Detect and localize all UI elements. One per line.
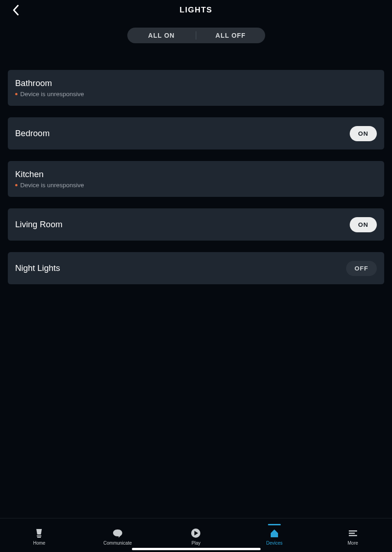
device-name: Bedroom <box>15 128 50 138</box>
tab-label: Devices <box>266 540 283 546</box>
svg-rect-0 <box>37 535 41 536</box>
house-plug-icon <box>269 528 280 539</box>
device-list: Bathroom Device is unresponsive Bedroom … <box>0 70 392 284</box>
svg-rect-5 <box>274 531 274 533</box>
menu-icon <box>347 528 358 539</box>
device-toggle[interactable]: ON <box>350 126 377 141</box>
svg-rect-4 <box>273 533 276 536</box>
device-info: Night Lights <box>15 263 60 273</box>
device-name: Bathroom <box>15 78 84 88</box>
tab-label: Home <box>33 540 45 546</box>
device-row-night-lights[interactable]: Night Lights OFF <box>8 252 384 284</box>
tab-bar: Home Communicate Play Devices <box>0 518 392 552</box>
status-dot-icon <box>15 93 17 95</box>
segmented-control: ALL ON ALL OFF <box>127 28 265 43</box>
play-icon <box>190 528 201 539</box>
echo-icon <box>34 528 45 539</box>
device-info: Living Room <box>15 219 62 230</box>
tab-play[interactable]: Play <box>168 528 223 546</box>
device-status-text: Device is unresponsive <box>20 182 84 189</box>
speech-bubble-icon <box>112 528 123 539</box>
device-toggle[interactable]: ON <box>350 217 377 232</box>
device-info: Bathroom Device is unresponsive <box>15 78 84 98</box>
back-button[interactable] <box>10 5 21 16</box>
svg-rect-6 <box>275 531 275 533</box>
tab-label: More <box>347 540 358 546</box>
svg-rect-8 <box>349 533 355 534</box>
tab-devices[interactable]: Devices <box>247 528 302 546</box>
device-row-bathroom[interactable]: Bathroom Device is unresponsive <box>8 70 384 106</box>
device-name: Night Lights <box>15 263 60 273</box>
device-status: Device is unresponsive <box>15 91 84 98</box>
device-name: Living Room <box>15 219 62 230</box>
tab-home[interactable]: Home <box>11 528 67 546</box>
svg-rect-1 <box>37 537 41 538</box>
home-indicator <box>132 548 261 550</box>
device-row-bedroom[interactable]: Bedroom ON <box>8 117 384 150</box>
device-status-text: Device is unresponsive <box>20 91 84 98</box>
all-on-button[interactable]: ALL ON <box>127 28 196 43</box>
tab-label: Play <box>192 540 200 546</box>
tab-label: Communicate <box>103 540 132 546</box>
tab-more[interactable]: More <box>325 528 381 546</box>
device-row-living-room[interactable]: Living Room ON <box>8 208 384 241</box>
svg-rect-7 <box>349 530 357 532</box>
page-title: LIGHTS <box>180 6 212 15</box>
chevron-left-icon <box>12 5 20 16</box>
all-off-button[interactable]: ALL OFF <box>196 28 265 43</box>
segmented-control-container: ALL ON ALL OFF <box>0 28 392 43</box>
device-row-kitchen[interactable]: Kitchen Device is unresponsive <box>8 161 384 197</box>
device-toggle[interactable]: OFF <box>346 261 377 276</box>
device-name: Kitchen <box>15 169 84 179</box>
header: LIGHTS <box>0 0 392 20</box>
tab-communicate[interactable]: Communicate <box>90 528 145 546</box>
device-status: Device is unresponsive <box>15 182 84 189</box>
device-info: Kitchen Device is unresponsive <box>15 169 84 189</box>
status-dot-icon <box>15 184 17 186</box>
svg-rect-9 <box>349 535 357 536</box>
device-info: Bedroom <box>15 128 50 138</box>
